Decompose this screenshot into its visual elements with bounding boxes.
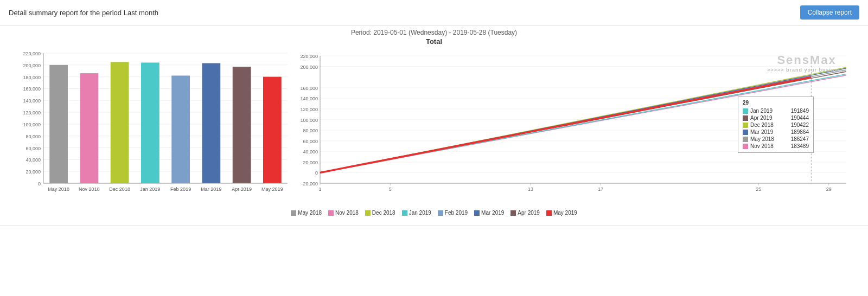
svg-text:40,000: 40,000 <box>25 157 41 163</box>
svg-rect-24 <box>49 65 68 183</box>
svg-text:80,000: 80,000 <box>303 128 318 133</box>
line-x-axis <box>320 207 857 208</box>
legend-swatch <box>365 210 371 216</box>
svg-rect-34 <box>202 63 221 183</box>
legend-row: May 2018 Nov 2018 Dec 2018 Jan 2019 Feb … <box>0 208 868 220</box>
svg-text:160,000: 160,000 <box>300 86 318 91</box>
svg-text:May 2019: May 2019 <box>261 186 283 192</box>
svg-text:120,000: 120,000 <box>23 110 41 115</box>
bar-chart-wrap: 220,000200,000180,000160,000140,000120,0… <box>11 48 293 208</box>
svg-text:200,000: 200,000 <box>300 65 318 70</box>
legend-label: Mar 2019 <box>481 210 504 216</box>
svg-rect-28 <box>111 62 129 183</box>
svg-rect-30 <box>141 62 159 183</box>
bar-chart-svg: 220,000200,000180,000160,000140,000120,0… <box>11 48 293 205</box>
svg-text:Dec 2018: Dec 2018 <box>109 186 130 192</box>
svg-text:1: 1 <box>318 186 321 192</box>
legend-swatch <box>474 210 480 216</box>
legend-item: Mar 2019 <box>474 210 504 216</box>
svg-text:40,000: 40,000 <box>303 149 318 155</box>
svg-text:20,000: 20,000 <box>25 169 41 175</box>
header-title: Detail summary report for the period Las… <box>9 9 158 17</box>
svg-text:180,000: 180,000 <box>23 75 41 80</box>
charts-container: 220,000200,000180,000160,000140,000120,0… <box>0 48 868 208</box>
line-chart-wrap: SensMax >>>>> brand your business. 220,0… <box>293 48 857 208</box>
svg-text:140,000: 140,000 <box>23 98 41 104</box>
legend-swatch <box>402 210 407 216</box>
header-bar: Detail summary report for the period Las… <box>0 0 868 25</box>
svg-text:60,000: 60,000 <box>25 146 41 151</box>
period-text: Period: 2019-05-01 (Wednesday) - 2019-05… <box>0 25 868 37</box>
svg-text:Jan 2019: Jan 2019 <box>140 186 160 192</box>
svg-text:0: 0 <box>315 170 318 176</box>
legend-swatch <box>438 210 443 216</box>
svg-rect-36 <box>233 67 251 183</box>
chart-title: Total <box>0 37 868 48</box>
svg-text:160,000: 160,000 <box>23 86 41 92</box>
legend-label: Jan 2019 <box>409 210 431 216</box>
sensmax-logo: SensMax >>>>> brand your business. <box>767 53 846 73</box>
svg-rect-26 <box>80 73 99 183</box>
legend-swatch <box>291 210 296 216</box>
svg-text:Nov 2018: Nov 2018 <box>79 186 100 192</box>
svg-text:Apr 2019: Apr 2019 <box>232 186 252 192</box>
legend-item: Nov 2018 <box>328 210 359 216</box>
svg-text:Feb 2019: Feb 2019 <box>170 186 191 192</box>
svg-text:80,000: 80,000 <box>25 134 41 139</box>
svg-text:100,000: 100,000 <box>23 122 41 127</box>
legend-label: May 2019 <box>553 210 577 216</box>
svg-text:20,000: 20,000 <box>303 160 318 165</box>
svg-text:220,000: 220,000 <box>300 54 318 59</box>
svg-text:100,000: 100,000 <box>300 118 318 123</box>
svg-text:5: 5 <box>389 186 392 192</box>
svg-text:60,000: 60,000 <box>303 139 318 144</box>
svg-text:200,000: 200,000 <box>23 63 41 68</box>
svg-rect-38 <box>263 77 282 183</box>
legend-label: Dec 2018 <box>372 210 395 216</box>
svg-rect-32 <box>171 75 190 183</box>
legend-item: Dec 2018 <box>365 210 395 216</box>
svg-text:-20,000: -20,000 <box>301 181 318 186</box>
legend-item: Feb 2019 <box>438 210 468 216</box>
svg-text:Mar 2019: Mar 2019 <box>201 186 221 192</box>
svg-text:13: 13 <box>528 186 533 192</box>
legend-swatch <box>510 210 516 216</box>
legend-swatch <box>328 210 334 216</box>
legend-swatch <box>546 210 552 216</box>
bar-x-axis <box>43 207 288 208</box>
svg-text:140,000: 140,000 <box>300 96 318 101</box>
svg-text:May 2018: May 2018 <box>48 186 69 192</box>
legend-item: May 2019 <box>546 210 577 216</box>
collapse-button[interactable]: Collapse report <box>800 5 859 20</box>
legend-label: Apr 2019 <box>518 210 540 216</box>
legend-item: Apr 2019 <box>510 210 540 216</box>
legend-item: May 2018 <box>291 210 322 216</box>
svg-text:120,000: 120,000 <box>300 107 318 112</box>
svg-text:17: 17 <box>598 186 603 192</box>
svg-text:0: 0 <box>38 181 41 186</box>
legend-label: Nov 2018 <box>335 210 359 216</box>
legend-item: Jan 2019 <box>402 210 431 216</box>
bottom-divider <box>0 226 868 226</box>
svg-text:25: 25 <box>756 186 761 192</box>
svg-text:29: 29 <box>826 186 832 192</box>
legend-label: May 2018 <box>298 210 322 216</box>
svg-text:220,000: 220,000 <box>23 51 41 56</box>
legend-label: Feb 2019 <box>445 210 468 216</box>
